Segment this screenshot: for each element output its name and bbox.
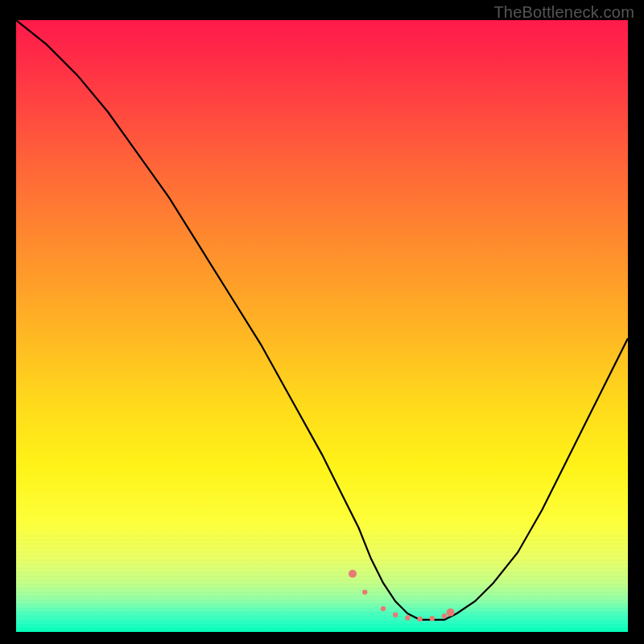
plot-area <box>16 20 628 632</box>
bottleneck-curve <box>16 20 628 632</box>
curve-line <box>16 20 628 620</box>
marker-dot <box>447 609 455 617</box>
marker-dot <box>430 616 435 621</box>
watermark-text: TheBottleneck.com <box>493 3 634 22</box>
marker-dot <box>393 613 398 617</box>
marker-dot <box>417 617 422 621</box>
chart-frame: TheBottleneck.com <box>0 0 644 644</box>
highlight-markers <box>349 570 455 621</box>
marker-dot <box>405 615 410 620</box>
marker-dot <box>349 570 357 578</box>
marker-dot <box>442 613 447 618</box>
marker-dot <box>381 606 386 611</box>
marker-dot <box>362 589 367 594</box>
